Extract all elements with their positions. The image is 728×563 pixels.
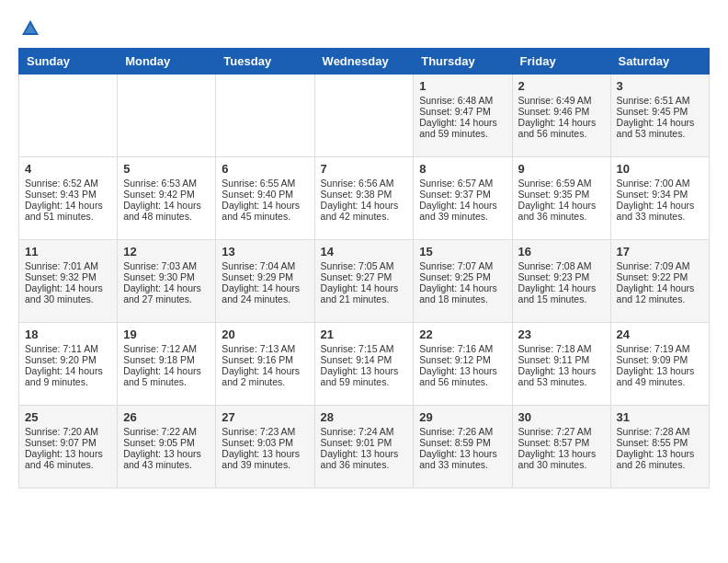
sunset-text: Sunset: 9:05 PM (123, 437, 210, 448)
day-number: 22 (419, 327, 506, 341)
daylight-text: Daylight: 13 hours and 33 minutes. (419, 448, 506, 470)
daylight-text: Daylight: 14 hours and 5 minutes. (123, 365, 210, 387)
daylight-text: Daylight: 14 hours and 59 minutes. (419, 117, 506, 139)
day-of-week-header: Sunday (19, 49, 118, 75)
calendar-day-cell: 26Sunrise: 7:22 AMSunset: 9:05 PMDayligh… (118, 406, 216, 488)
sunset-text: Sunset: 9:18 PM (123, 354, 210, 365)
sunset-text: Sunset: 9:29 PM (222, 271, 308, 282)
sunset-text: Sunset: 8:55 PM (617, 437, 703, 448)
day-number: 4 (25, 162, 111, 176)
calendar-day-cell: 1Sunrise: 6:48 AMSunset: 9:47 PMDaylight… (414, 75, 512, 157)
day-number: 2 (518, 79, 605, 93)
sunset-text: Sunset: 9:07 PM (25, 437, 111, 448)
day-number: 10 (617, 162, 703, 176)
day-of-week-header: Friday (512, 49, 610, 75)
calendar-day-cell: 14Sunrise: 7:05 AMSunset: 9:27 PMDayligh… (314, 240, 414, 323)
sunset-text: Sunset: 9:45 PM (617, 106, 703, 117)
daylight-text: Daylight: 13 hours and 36 minutes. (321, 448, 408, 470)
sunrise-text: Sunrise: 7:08 AM (518, 260, 605, 271)
sunrise-text: Sunrise: 7:15 AM (321, 343, 408, 354)
sunrise-text: Sunrise: 6:48 AM (419, 95, 506, 106)
sunrise-text: Sunrise: 6:56 AM (321, 178, 408, 189)
calendar-day-cell: 10Sunrise: 7:00 AMSunset: 9:34 PMDayligh… (610, 157, 709, 240)
daylight-text: Daylight: 14 hours and 9 minutes. (25, 365, 111, 387)
calendar-day-cell: 6Sunrise: 6:55 AMSunset: 9:40 PMDaylight… (216, 157, 314, 240)
sunrise-text: Sunrise: 6:59 AM (518, 178, 605, 189)
day-number: 21 (321, 327, 408, 341)
day-of-week-header: Wednesday (314, 49, 414, 75)
daylight-text: Daylight: 13 hours and 43 minutes. (123, 448, 210, 470)
sunrise-text: Sunrise: 7:09 AM (617, 260, 703, 271)
sunrise-text: Sunrise: 6:51 AM (617, 95, 703, 106)
calendar-day-cell: 27Sunrise: 7:23 AMSunset: 9:03 PMDayligh… (216, 406, 314, 488)
daylight-text: Daylight: 14 hours and 48 minutes. (123, 200, 210, 222)
calendar-table: SundayMondayTuesdayWednesdayThursdayFrid… (18, 48, 710, 488)
sunrise-text: Sunrise: 6:57 AM (419, 178, 506, 189)
daylight-text: Daylight: 13 hours and 26 minutes. (617, 448, 703, 470)
sunrise-text: Sunrise: 7:27 AM (518, 426, 605, 437)
day-number: 20 (222, 327, 308, 341)
sunset-text: Sunset: 9:22 PM (617, 271, 703, 282)
sunset-text: Sunset: 9:25 PM (419, 271, 506, 282)
sunrise-text: Sunrise: 7:24 AM (321, 426, 408, 437)
day-number: 7 (321, 162, 408, 176)
calendar-day-cell: 5Sunrise: 6:53 AMSunset: 9:42 PMDaylight… (118, 157, 216, 240)
day-of-week-header: Saturday (610, 49, 709, 75)
calendar-day-cell (118, 75, 216, 157)
calendar-day-cell: 8Sunrise: 6:57 AMSunset: 9:37 PMDaylight… (414, 157, 512, 240)
day-number: 25 (25, 410, 111, 424)
sunset-text: Sunset: 9:12 PM (419, 354, 506, 365)
daylight-text: Daylight: 14 hours and 27 minutes. (123, 282, 210, 304)
day-number: 18 (25, 327, 111, 341)
day-number: 28 (321, 410, 408, 424)
day-number: 29 (419, 410, 506, 424)
day-of-week-header: Thursday (414, 49, 512, 75)
logo-icon (20, 18, 40, 39)
sunset-text: Sunset: 8:59 PM (419, 437, 506, 448)
daylight-text: Daylight: 14 hours and 30 minutes. (25, 282, 111, 304)
day-number: 12 (123, 245, 210, 259)
calendar-week-row: 4Sunrise: 6:52 AMSunset: 9:43 PMDaylight… (19, 157, 710, 240)
sunset-text: Sunset: 9:30 PM (123, 271, 210, 282)
calendar-day-cell: 16Sunrise: 7:08 AMSunset: 9:23 PMDayligh… (512, 240, 610, 323)
sunrise-text: Sunrise: 7:04 AM (222, 260, 308, 271)
day-of-week-header: Tuesday (216, 49, 314, 75)
calendar-day-cell: 7Sunrise: 6:56 AMSunset: 9:38 PMDaylight… (314, 157, 414, 240)
calendar-day-cell (216, 75, 314, 157)
sunset-text: Sunset: 9:09 PM (617, 354, 703, 365)
sunrise-text: Sunrise: 6:52 AM (25, 178, 111, 189)
calendar-week-row: 1Sunrise: 6:48 AMSunset: 9:47 PMDaylight… (19, 75, 710, 157)
calendar-day-cell: 2Sunrise: 6:49 AMSunset: 9:46 PMDaylight… (512, 75, 610, 157)
day-number: 23 (518, 327, 605, 341)
calendar-day-cell: 13Sunrise: 7:04 AMSunset: 9:29 PMDayligh… (216, 240, 314, 323)
daylight-text: Daylight: 13 hours and 56 minutes. (419, 365, 506, 387)
sunrise-text: Sunrise: 7:16 AM (419, 343, 506, 354)
daylight-text: Daylight: 14 hours and 15 minutes. (518, 282, 605, 304)
daylight-text: Daylight: 14 hours and 45 minutes. (222, 200, 308, 222)
day-number: 31 (617, 410, 703, 424)
calendar-day-cell: 15Sunrise: 7:07 AMSunset: 9:25 PMDayligh… (414, 240, 512, 323)
sunrise-text: Sunrise: 6:53 AM (123, 178, 210, 189)
sunset-text: Sunset: 9:20 PM (25, 354, 111, 365)
calendar-day-cell: 9Sunrise: 6:59 AMSunset: 9:35 PMDaylight… (512, 157, 610, 240)
daylight-text: Daylight: 13 hours and 30 minutes. (518, 448, 605, 470)
sunrise-text: Sunrise: 7:13 AM (222, 343, 308, 354)
calendar-day-cell: 19Sunrise: 7:12 AMSunset: 9:18 PMDayligh… (118, 323, 216, 406)
sunset-text: Sunset: 9:34 PM (617, 189, 703, 200)
calendar-day-cell: 3Sunrise: 6:51 AMSunset: 9:45 PMDaylight… (610, 75, 709, 157)
day-number: 5 (123, 162, 210, 176)
daylight-text: Daylight: 13 hours and 49 minutes. (617, 365, 703, 387)
day-number: 8 (419, 162, 506, 176)
calendar-week-row: 25Sunrise: 7:20 AMSunset: 9:07 PMDayligh… (19, 406, 710, 488)
daylight-text: Daylight: 14 hours and 51 minutes. (25, 200, 111, 222)
daylight-text: Daylight: 14 hours and 39 minutes. (419, 200, 506, 222)
sunrise-text: Sunrise: 7:26 AM (419, 426, 506, 437)
calendar-day-cell: 17Sunrise: 7:09 AMSunset: 9:22 PMDayligh… (610, 240, 709, 323)
calendar-day-cell: 24Sunrise: 7:19 AMSunset: 9:09 PMDayligh… (610, 323, 709, 406)
calendar-day-cell (19, 75, 118, 157)
day-number: 16 (518, 245, 605, 259)
sunset-text: Sunset: 8:57 PM (518, 437, 605, 448)
daylight-text: Daylight: 14 hours and 53 minutes. (617, 117, 703, 139)
sunrise-text: Sunrise: 7:23 AM (222, 426, 308, 437)
sunrise-text: Sunrise: 7:11 AM (25, 343, 111, 354)
